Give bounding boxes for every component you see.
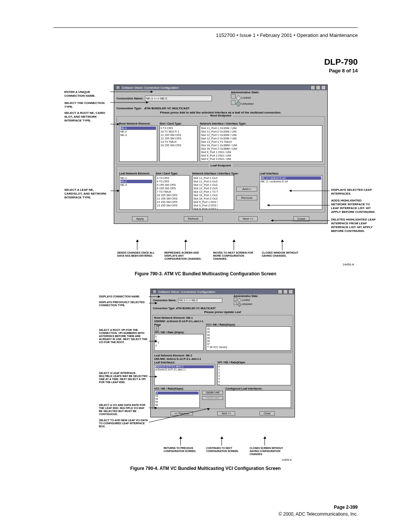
- list-item[interactable]: 9 T3 CRS: [161, 126, 196, 130]
- list-item[interactable]: 6: [218, 383, 290, 385]
- list-item[interactable]: 10 T1 MULTI 1: [161, 130, 196, 133]
- leaf-if-list2[interactable]: ds3crs:S-12:P-3:L-atm:I-1oc3cmm:S-14:P-2…: [154, 364, 215, 385]
- list-item[interactable]: 10 155 SM CRS: [157, 193, 189, 197]
- reset-leaf-button[interactable]: Reset Leaf: [202, 396, 223, 400]
- list-item[interactable]: Slot 11_Port 2 Oc3: [193, 180, 233, 183]
- list-item[interactable]: 12 155 SM CRS: [161, 137, 196, 140]
- list-item[interactable]: Slot 9_Port 1 DS3 /: [193, 200, 233, 204]
- list-item[interactable]: Slot 16_Port 2 Oc3: [193, 197, 233, 200]
- cfg-leaf-list[interactable]: [225, 390, 291, 408]
- list-item[interactable]: Slot 9_Port 3 DS3 /: [193, 207, 233, 210]
- list-item[interactable]: 5: [218, 380, 290, 383]
- list-item[interactable]: 56: [155, 404, 199, 407]
- list-item[interactable]: 35: [207, 337, 290, 340]
- next-button2[interactable]: Next >>: [217, 411, 235, 415]
- list-item[interactable]: NE-2: [120, 180, 152, 183]
- close-icon[interactable]: X: [152, 289, 157, 294]
- list-item[interactable]: Slot 9_Port 2 DS3 / UNI: [201, 154, 321, 157]
- list-item[interactable]: NE-3: [120, 133, 156, 137]
- page-dropdown[interactable]: 1: [154, 326, 159, 331]
- close-button2[interactable]: Close: [260, 411, 275, 415]
- list-item[interactable]: 4 T3 CRS: [157, 180, 189, 183]
- list-item[interactable]: Slot 12_Port 2 Oc3: [193, 187, 233, 190]
- list-item[interactable]: Slot 9_Port 2 DS3 /: [193, 204, 233, 207]
- list-item[interactable]: ** 38 VCC Service: [207, 346, 290, 349]
- list-item[interactable]: 11 155 SM CRS: [161, 133, 196, 137]
- list-item[interactable]: NE-2: [120, 130, 156, 133]
- list-item[interactable]: 34: [207, 334, 290, 337]
- list-item[interactable]: NE-1: [120, 176, 152, 180]
- list-item[interactable]: 13 T3 TMUX: [161, 140, 196, 144]
- list-item[interactable]: Slot 16_Port 1 Oc3: [193, 193, 233, 197]
- radio-unlocked2[interactable]: Unlocked: [234, 302, 258, 306]
- list-item[interactable]: 0: [218, 365, 290, 368]
- refresh-button[interactable]: Refresh: [184, 216, 203, 221]
- root-nif-list[interactable]: Slot 11_Port 1 Oc3SM / UNISlot 11_Port 2…: [200, 125, 322, 162]
- list-item[interactable]: NE: 2 / ds3crs:S-12:: [261, 176, 321, 180]
- remove-button[interactable]: Remove: [236, 195, 257, 200]
- vci-root-list[interactable]: 323334353637** 38 VCC Service: [206, 326, 291, 351]
- list-item[interactable]: ds3crs:S-12:P-3:L-atm:I-1: [155, 365, 214, 368]
- list-item[interactable]: Slot 16_Port 1 Oc3MM / UNI: [201, 144, 321, 147]
- close-icon[interactable]: X: [116, 85, 120, 90]
- list-item[interactable]: Slot 12_Port 2 Oc3SM / UNI: [201, 137, 321, 140]
- next-button[interactable]: Next >>: [239, 216, 258, 221]
- list-item[interactable]: 3: [218, 374, 290, 377]
- list-item[interactable]: 36: [207, 340, 290, 343]
- list-item[interactable]: Slot 13_Port 1 T3 TMUX: [201, 140, 321, 144]
- list-item[interactable]: 33: [207, 331, 290, 334]
- update-leaf-button[interactable]: Update Leaf: [202, 391, 223, 395]
- list-item[interactable]: 32: [207, 328, 290, 331]
- list-item[interactable]: 3: [155, 344, 202, 347]
- leaf-nif-list[interactable]: Slot 11_Port 1 Oc3Slot 11_Port 2 Oc3Slot…: [192, 175, 234, 210]
- list-item[interactable]: 37: [207, 343, 290, 346]
- list-item[interactable]: Slot 11_Port 1 Oc3: [193, 176, 233, 180]
- list-item[interactable]: ** 2: [155, 341, 202, 344]
- list-item[interactable]: 6 155 SM CRS: [157, 187, 189, 190]
- list-item[interactable]: oc3cmm:S-14:P-2:L-atm:I-1: [155, 368, 214, 371]
- leaf-ne-list[interactable]: NE-1NE-2NE-3: [119, 175, 153, 210]
- radio-locked2[interactable]: Locked: [234, 297, 258, 302]
- list-item[interactable]: Slot 9_Port 1 DS3 / UNI: [201, 150, 321, 154]
- list-item[interactable]: 1: [155, 338, 202, 341]
- titlebar-buttons[interactable]: [278, 289, 293, 294]
- list-item[interactable]: 11 155 SM CRS: [157, 197, 189, 200]
- list-item[interactable]: 54: [155, 398, 199, 401]
- list-item[interactable]: NE-1: [120, 126, 156, 130]
- root-slot-list[interactable]: 9 T3 CRS10 T1 MULTI 111 155 SM CRS12 155…: [159, 125, 198, 162]
- list-item[interactable]: Slot 9_Port 3 DS3 / UNI: [201, 157, 321, 161]
- list-item[interactable]: Slot 13_Port 1 T3 T: [193, 190, 233, 193]
- vpi-root-list[interactable]: 01** 23: [154, 334, 204, 351]
- add-button[interactable]: Add>>: [236, 187, 257, 192]
- list-item[interactable]: 55: [155, 401, 199, 404]
- list-item[interactable]: 2: [218, 371, 290, 374]
- list-item[interactable]: 12 155 SM CRS: [157, 200, 189, 204]
- list-item[interactable]: NE-3: [120, 183, 152, 187]
- radio-unlocked[interactable]: Unlocked: [231, 100, 260, 106]
- vci-list[interactable]: 5253545556: [154, 390, 200, 408]
- leaf-slot-list[interactable]: 3 T3 CRS4 T3 CRS5 155 SM CRS6 155 SM CRS…: [156, 175, 190, 210]
- conn-name-field2[interactable]: NE-1 <--> NE-2: [178, 298, 222, 303]
- list-item[interactable]: 4: [218, 377, 290, 380]
- list-item[interactable]: 13 155 SM CRS: [157, 204, 189, 207]
- list-item[interactable]: 3 T3 CRS: [157, 176, 189, 180]
- list-item[interactable]: Slot 12_Port 1 Oc3: [193, 183, 233, 187]
- list-item[interactable]: Slot 11_Port 2 Oc3SM / UNI: [201, 130, 321, 133]
- list-item[interactable]: Slot 16_Port 2 Oc3MM / UNI: [201, 147, 321, 150]
- list-item[interactable]: NE: 2 / oc3cmm:S-14: [261, 180, 321, 183]
- list-item[interactable]: 5 155 SM CRS: [157, 183, 189, 187]
- list-item[interactable]: 7 T3 TMUX: [157, 190, 189, 193]
- radio-locked[interactable]: Locked: [231, 94, 260, 100]
- apply-button[interactable]: Apply: [132, 216, 148, 221]
- list-item[interactable]: 53: [155, 395, 199, 398]
- conn-name-field[interactable]: NE-1 <--> NE-2: [145, 96, 212, 101]
- leaf-vpi-list[interactable]: 0123456: [217, 364, 291, 385]
- root-ne-list[interactable]: NE-1NE-2NE-3: [119, 125, 157, 162]
- list-item[interactable]: 1: [218, 368, 290, 371]
- list-item[interactable]: Slot 12_Port 1 Oc3SM / UNI: [201, 133, 321, 137]
- titlebar-buttons[interactable]: [311, 85, 326, 90]
- list-item[interactable]: Slot 11_Port 1 Oc3SM / UNI: [201, 126, 321, 130]
- list-item[interactable]: 0: [155, 335, 202, 338]
- list-item[interactable]: 16 155 SM CRS: [161, 144, 196, 147]
- list-item[interactable]: 52: [155, 391, 199, 395]
